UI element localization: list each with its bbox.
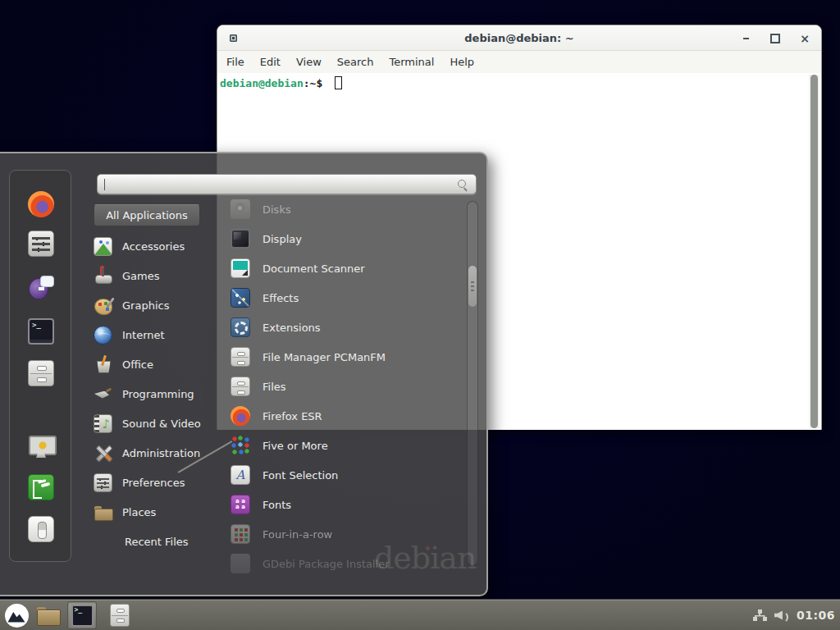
file-cabinet-icon	[110, 604, 130, 627]
minimize-button[interactable]	[739, 32, 752, 45]
games-icon	[94, 267, 112, 285]
app-item-effects[interactable]: Effects	[231, 283, 467, 313]
shell-prompt-line: debian@debian:~$	[220, 76, 342, 89]
menu-button[interactable]	[2, 601, 31, 629]
pidgin-icon	[28, 274, 54, 300]
terminal-scrollbar-thumb[interactable]	[810, 75, 818, 428]
favorite-terminal-button[interactable]	[27, 317, 55, 345]
terminal-window-icon	[230, 34, 237, 42]
places-icon	[94, 503, 112, 522]
category-accessories[interactable]: Accessories	[94, 231, 225, 261]
all-applications-button[interactable]: All Applications	[94, 204, 200, 226]
terminal-scrollbar[interactable]	[809, 75, 819, 428]
terminal-window-title: debian@debian: ~	[217, 32, 821, 44]
taskbar-item-file-manager-pcmanfm[interactable]	[33, 601, 62, 629]
favorite-file-manager-button[interactable]	[27, 359, 55, 387]
accessories-icon	[94, 237, 112, 256]
taskbar: 01:06	[0, 599, 840, 630]
file-cabinet-icon	[231, 377, 250, 396]
text-caret	[104, 179, 105, 190]
administration-icon	[94, 444, 112, 463]
settings-sliders-icon	[28, 231, 54, 257]
app-item-five-or-more[interactable]: Five or More	[231, 431, 467, 460]
extensions-icon	[231, 317, 250, 337]
category-administration[interactable]: Administration	[94, 438, 225, 468]
volume-icon[interactable]	[774, 609, 789, 622]
menu-view[interactable]: View	[296, 56, 322, 68]
applications-list: Disks Display Document Scanner Effects E…	[231, 194, 467, 578]
menu-help[interactable]: Help	[450, 56, 474, 68]
menu-icon	[5, 604, 29, 628]
application-menu: All Applications Accessories Games Graph…	[0, 152, 488, 596]
category-internet[interactable]: Internet	[94, 320, 225, 349]
disks-icon	[231, 199, 250, 219]
category-sound-video[interactable]: Sound & Video	[94, 409, 225, 438]
terminal-titlebar[interactable]: debian@debian: ~ ×	[217, 25, 821, 51]
effects-icon	[231, 288, 250, 308]
categories-column: All Applications Accessories Games Graph…	[94, 204, 225, 556]
app-item-fonts[interactable]: Fonts	[231, 490, 467, 519]
favorite-settings-button[interactable]	[27, 230, 55, 258]
app-item-four-in-a-row[interactable]: Four-in-a-row	[231, 519, 467, 549]
app-item-files[interactable]: Files	[231, 372, 467, 401]
font-selection-icon	[231, 465, 250, 485]
gdebi-icon	[231, 554, 250, 573]
app-item-font-selection[interactable]: Font Selection	[231, 460, 467, 490]
file-cabinet-icon	[28, 360, 54, 386]
preferences-icon	[94, 473, 112, 492]
app-item-file-manager-pcmanfm[interactable]: File Manager PCManFM	[231, 342, 467, 372]
menu-edit[interactable]: Edit	[260, 56, 281, 68]
programming-icon	[94, 385, 112, 404]
all-applications-label: All Applications	[106, 209, 188, 221]
app-item-disks[interactable]: Disks	[231, 194, 467, 224]
menu-terminal[interactable]: Terminal	[389, 56, 434, 68]
close-button[interactable]: ×	[798, 32, 811, 45]
prompt-suffix: :~$	[304, 77, 322, 89]
file-cabinet-icon	[231, 347, 250, 367]
taskbar-item-files[interactable]	[105, 601, 135, 629]
system-tray: 01:06	[753, 600, 835, 630]
app-item-firefox-esr[interactable]: Firefox ESR	[231, 401, 467, 431]
category-games[interactable]: Games	[94, 261, 225, 290]
category-preferences[interactable]: Preferences	[94, 468, 225, 497]
lock-screen-button[interactable]	[27, 432, 55, 460]
fonts-icon	[231, 495, 250, 514]
category-programming[interactable]: Programming	[94, 379, 225, 409]
app-item-display[interactable]: Display	[231, 224, 467, 253]
lock-screen-icon	[28, 433, 54, 459]
log-out-icon	[28, 474, 54, 500]
sound-video-icon	[94, 414, 112, 433]
category-places[interactable]: Places	[94, 497, 225, 527]
favorites-sidebar	[9, 170, 71, 562]
app-item-gdebi-package-installer[interactable]: GDebi Package Installer	[231, 549, 467, 578]
menu-scrollbar[interactable]	[467, 201, 478, 566]
graphics-icon	[94, 296, 112, 315]
folder-icon	[37, 607, 59, 624]
prompt-user-host: debian@debian	[220, 77, 304, 89]
clock[interactable]: 01:06	[797, 609, 835, 622]
app-item-extensions[interactable]: Extensions	[231, 313, 467, 342]
internet-icon	[94, 326, 112, 345]
search-icon	[457, 179, 468, 190]
category-office[interactable]: Office	[94, 349, 225, 379]
category-graphics[interactable]: Graphics	[94, 290, 225, 320]
app-item-document-scanner[interactable]: Document Scanner	[231, 253, 467, 283]
shut-down-button[interactable]	[27, 515, 55, 543]
display-icon	[231, 229, 250, 249]
search-input[interactable]	[98, 175, 476, 194]
terminal-icon	[71, 605, 94, 627]
firefox-icon	[28, 191, 54, 217]
network-icon[interactable]	[753, 609, 767, 621]
five-or-more-icon	[231, 436, 250, 455]
maximize-button[interactable]	[769, 32, 782, 45]
favorite-firefox-button[interactable]	[27, 190, 55, 218]
menu-search[interactable]: Search	[337, 56, 374, 68]
favorite-pidgin-button[interactable]	[27, 273, 55, 301]
menu-scrollbar-thumb[interactable]	[468, 266, 477, 307]
terminal-menubar: File Edit View Search Terminal Help	[217, 51, 821, 73]
category-recent-files[interactable]: Recent Files	[94, 527, 225, 556]
taskbar-item-terminal[interactable]	[67, 601, 97, 629]
log-out-button[interactable]	[27, 473, 55, 501]
menu-file[interactable]: File	[226, 56, 244, 68]
terminal-icon	[28, 318, 54, 345]
